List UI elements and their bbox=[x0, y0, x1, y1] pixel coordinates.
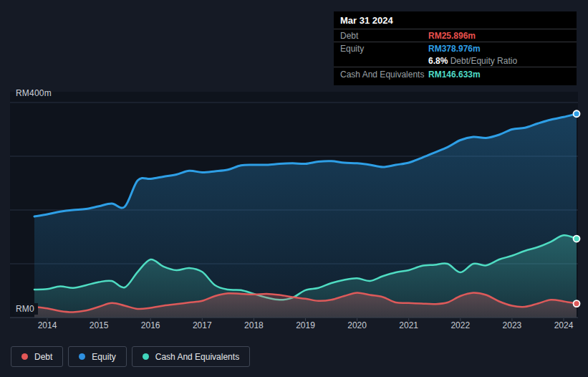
x-axis-label-2022: 2022 bbox=[445, 320, 476, 330]
tooltip-equity-value: RM378.976m bbox=[428, 44, 481, 54]
legend-equity-label: Equity bbox=[92, 352, 115, 362]
tooltip-cash-label: Cash And Equivalents bbox=[334, 70, 428, 80]
tooltip-equity-row: Equity RM378.976m 6.8% Debt/Equity Ratio bbox=[334, 42, 577, 67]
cash-dot-icon bbox=[143, 353, 149, 360]
x-axis-label-2015: 2015 bbox=[83, 320, 115, 330]
y-axis-label-top: RM400m bbox=[16, 88, 52, 98]
legend-cash-label: Cash And Equivalents bbox=[155, 352, 239, 362]
x-axis-label-2020: 2020 bbox=[342, 320, 373, 330]
x-axis-label-2016: 2016 bbox=[135, 320, 166, 330]
x-axis-label-2018: 2018 bbox=[238, 320, 269, 330]
legend-debt-label: Debt bbox=[34, 352, 52, 362]
x-axis-label-2021: 2021 bbox=[393, 320, 425, 330]
chart-legend: Debt Equity Cash And Equivalents bbox=[11, 346, 250, 367]
tooltip-debt-value: RM25.896m bbox=[428, 31, 476, 41]
debt-endpoint-marker[interactable] bbox=[574, 300, 580, 307]
equity-dot-icon bbox=[79, 353, 85, 360]
chart-tooltip: Mar 31 2024 Debt RM25.896m Equity RM378.… bbox=[334, 11, 577, 85]
x-axis-label-2017: 2017 bbox=[186, 320, 218, 330]
tooltip-cash-value: RM146.633m bbox=[428, 70, 481, 80]
tooltip-ratio-label: Debt/Equity Ratio bbox=[450, 56, 517, 66]
tooltip-debt-label: Debt bbox=[334, 31, 428, 41]
x-axis-label-2019: 2019 bbox=[290, 320, 322, 330]
tooltip-date: Mar 31 2024 bbox=[334, 11, 577, 29]
x-axis-label-2024: 2024 bbox=[548, 320, 579, 330]
tooltip-ratio-value: 6.8% bbox=[428, 56, 448, 66]
x-axis-label-2023: 2023 bbox=[496, 320, 528, 330]
tooltip-ratio: 6.8% Debt/Equity Ratio bbox=[428, 56, 517, 66]
legend-item-equity[interactable]: Equity bbox=[68, 346, 126, 367]
y-axis-label-zero: RM0 bbox=[14, 303, 38, 315]
tooltip-cash-row: Cash And Equivalents RM146.633m bbox=[334, 67, 577, 85]
equity-endpoint-marker[interactable] bbox=[574, 110, 580, 117]
tooltip-debt-row: Debt RM25.896m bbox=[334, 29, 577, 42]
tooltip-equity-label: Equity bbox=[334, 44, 428, 66]
legend-item-cash[interactable]: Cash And Equivalents bbox=[132, 346, 250, 367]
cash-endpoint-marker[interactable] bbox=[574, 236, 580, 242]
legend-item-debt[interactable]: Debt bbox=[11, 346, 63, 367]
debt-equity-chart-panel: RM400m RM0 20142015201620172018201920202… bbox=[0, 0, 588, 377]
debt-dot-icon bbox=[21, 353, 28, 360]
x-axis-label-2014: 2014 bbox=[32, 320, 63, 330]
